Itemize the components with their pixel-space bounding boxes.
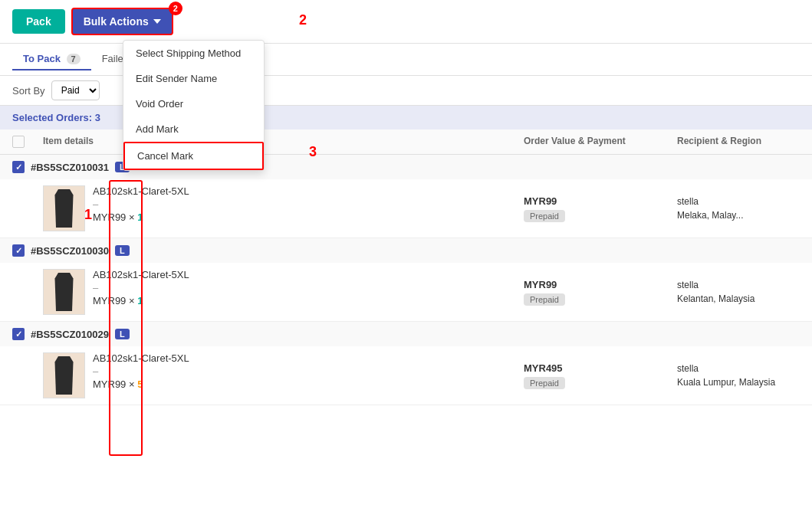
order-3-item-price: MYR99 × 5 (93, 378, 189, 390)
bulk-actions-dropdown: Select Shipping Method Edit Sender Name … (123, 40, 265, 171)
main-container: 1 2 3 Pack Bulk Actions 2 Select Shippin… (0, 0, 812, 521)
order-3-item-image (43, 352, 85, 398)
order-2-detail-row: AB102sk1-Claret-5XL – MYR99 × 1 MYR99 Pr… (0, 263, 812, 321)
menu-item-sender[interactable]: Edit Sender Name (123, 66, 264, 91)
order-1-detail-row: AB102sk1-Claret-5XL – MYR99 × 1 MYR99 Pr… (0, 179, 812, 238)
menu-item-void[interactable]: Void Order (123, 91, 264, 116)
sort-by-label: Sort By (12, 85, 45, 97)
order-1-item-price: MYR99 × 1 (93, 211, 189, 223)
order-3-item-dash: – (93, 365, 189, 377)
order-3-id: #BS5SCZ010029 (31, 329, 109, 340)
bulk-actions-button[interactable]: Bulk Actions (71, 8, 173, 35)
tab-to-pack[interactable]: To Pack 7 (12, 48, 91, 70)
order-1-item-name: AB102sk1-Claret-5XL (93, 185, 189, 197)
order-1-item-dash: – (93, 198, 189, 210)
orders-list: #BS5SCZ010031 L AB102sk1-Claret-5XL – MY… (0, 155, 812, 405)
order-2-item-name: AB102sk1-Claret-5XL (93, 269, 189, 280)
table-header: Item details Order Value & Payment Recip… (0, 129, 812, 155)
dress-icon-2 (53, 273, 76, 311)
order-3-detail-row: AB102sk1-Claret-5XL – MYR99 × 5 MYR495 P… (0, 346, 812, 405)
order-id-row-3: #BS5SCZ010029 L (0, 322, 812, 346)
order-2-recipient: stella Kelantan, Malaysia (677, 278, 800, 306)
order-2-item-dash: – (93, 282, 189, 293)
pack-button[interactable]: Pack (12, 9, 65, 34)
order-2-item-text: AB102sk1-Claret-5XL – MYR99 × 1 (93, 269, 189, 306)
header-order-value: Order Value & Payment (524, 136, 677, 148)
annotation-1: 1 (84, 207, 92, 223)
dress-icon (53, 189, 76, 228)
order-3-checkbox[interactable] (12, 328, 25, 340)
order-2-item-price: MYR99 × 1 (93, 295, 189, 306)
order-2-id: #BS5SCZ010030 (31, 245, 109, 257)
order-2-payment-badge: Prepaid (524, 293, 565, 306)
dropdown-arrow-icon (153, 19, 161, 24)
order-1-item-image (43, 185, 85, 231)
order-id-row-1: #BS5SCZ010031 L (0, 155, 812, 179)
tab-to-pack-badge: 7 (67, 54, 81, 64)
dress-icon-3 (53, 356, 76, 395)
order-3-recipient-name: stella (677, 362, 800, 375)
tabs-row: To Pack 7 Failed 0 Out Of Stock 3 (0, 44, 812, 76)
menu-item-shipping[interactable]: Select Shipping Method (123, 41, 264, 66)
order-2-recipient-name: stella (677, 278, 800, 292)
order-3-payment-badge: Prepaid (524, 377, 565, 389)
selected-orders-banner: Selected Orders: 3 (0, 106, 812, 129)
order-1-recipient-name: stella (677, 195, 800, 208)
order-3-recipient-region: Kuala Lumpur, Malaysia (677, 375, 800, 389)
select-all-checkbox[interactable] (12, 136, 25, 148)
filter-row: Sort By Paid (0, 76, 812, 106)
sort-select[interactable]: Paid (51, 80, 100, 100)
menu-item-add-mark[interactable]: Add Mark (123, 116, 264, 142)
order-1-payment-badge: Prepaid (524, 210, 565, 222)
header-item-details: Item details (43, 136, 524, 148)
bulk-actions-wrapper: Bulk Actions 2 (71, 8, 173, 35)
order-group-1: #BS5SCZ010031 L AB102sk1-Claret-5XL – MY… (0, 155, 812, 238)
bulk-actions-label: Bulk Actions (84, 15, 149, 28)
order-1-item-text: AB102sk1-Claret-5XL – MYR99 × 1 (93, 185, 189, 223)
order-3-item-text: AB102sk1-Claret-5XL – MYR99 × 5 (93, 352, 189, 390)
order-group-2: #BS5SCZ010030 L AB102sk1-Claret-5XL – MY… (0, 238, 812, 322)
order-group-3: #BS5SCZ010029 L AB102sk1-Claret-5XL – MY… (0, 322, 812, 405)
top-bar: Pack Bulk Actions 2 Select Shipping Meth… (0, 0, 812, 44)
order-2-recipient-region: Kelantan, Malaysia (677, 292, 800, 306)
order-1-recipient-region: Melaka, Malay... (677, 208, 800, 222)
order-1-value-cell: MYR99 Prepaid (524, 195, 677, 222)
order-1-item-info: AB102sk1-Claret-5XL – MYR99 × 1 (43, 185, 524, 231)
menu-item-cancel-mark[interactable]: Cancel Mark (123, 142, 264, 170)
order-2-value-cell: MYR99 Prepaid (524, 279, 677, 306)
order-1-price: MYR99 (524, 195, 677, 207)
order-2-checkbox[interactable] (12, 244, 25, 257)
order-3-label-badge: L (115, 329, 130, 339)
order-2-label-badge: L (115, 245, 130, 256)
order-1-recipient: stella Melaka, Malay... (677, 195, 800, 222)
order-2-price: MYR99 (524, 279, 677, 290)
order-1-checkbox[interactable] (12, 161, 25, 173)
order-3-item-info: AB102sk1-Claret-5XL – MYR99 × 5 (43, 352, 524, 398)
bulk-actions-badge: 2 (169, 2, 182, 15)
annotation-3: 3 (309, 144, 317, 160)
order-1-id: #BS5SCZ010031 (31, 162, 109, 173)
order-2-item-info: AB102sk1-Claret-5XL – MYR99 × 1 (43, 269, 524, 315)
order-id-row-2: #BS5SCZ010030 L (0, 238, 812, 263)
header-recipient: Recipient & Region (677, 136, 800, 148)
order-2-item-image (43, 269, 85, 315)
order-3-price: MYR495 (524, 362, 677, 374)
order-3-value-cell: MYR495 Prepaid (524, 362, 677, 389)
order-3-item-name: AB102sk1-Claret-5XL (93, 352, 189, 364)
order-3-recipient: stella Kuala Lumpur, Malaysia (677, 362, 800, 389)
header-checkbox-col (12, 136, 43, 148)
